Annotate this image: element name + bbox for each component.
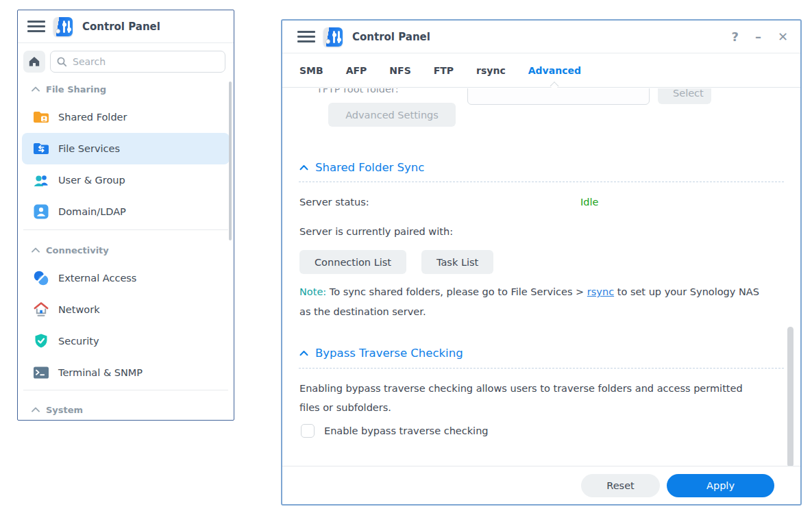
- category-label: System: [46, 405, 83, 415]
- section-title: Bypass Traverse Checking: [315, 347, 463, 360]
- sidebar-item-label: User & Group: [58, 175, 125, 186]
- domain-ldap-icon: [32, 203, 50, 221]
- content-scrollbar[interactable]: [787, 327, 793, 466]
- bypass-checkbox-row: Enable bypass traverse checking: [301, 424, 489, 438]
- network-icon: [32, 301, 50, 319]
- tab-rsync[interactable]: rsync: [476, 55, 506, 86]
- sidebar-item-network[interactable]: Network: [22, 294, 230, 325]
- window-header: Control Panel: [18, 10, 234, 43]
- sidebar-item-shared-folder[interactable]: Shared Folder: [22, 101, 230, 133]
- home-button[interactable]: [23, 51, 45, 73]
- search-box: [50, 51, 225, 73]
- control-panel-app-icon: [53, 17, 73, 36]
- chevron-up-icon: [299, 164, 308, 171]
- tftp-root-folder-label: TFTP root folder:: [317, 88, 399, 95]
- shared-folder-icon: [32, 108, 50, 126]
- terminal-icon: [32, 364, 50, 382]
- tab-smb[interactable]: SMB: [299, 55, 323, 86]
- note-prefix: Note:: [299, 286, 326, 297]
- paired-with-label: Server is currently paired with:: [299, 226, 453, 237]
- control-panel-app-icon: [323, 27, 343, 47]
- window-title: Control Panel: [352, 31, 430, 43]
- minimize-icon[interactable]: –: [755, 31, 761, 43]
- home-icon: [28, 55, 40, 68]
- search-input[interactable]: [50, 51, 225, 73]
- sidebar-item-domain-ldap[interactable]: Domain/LDAP: [22, 196, 230, 227]
- task-list-button[interactable]: Task List: [421, 250, 493, 274]
- sidebar-item-security[interactable]: Security: [22, 325, 230, 357]
- bypass-description: Enabling bypass traverse checking allows…: [299, 379, 753, 417]
- search-icon: [56, 56, 67, 67]
- sidebar-item-label: Terminal & SNMP: [58, 367, 143, 378]
- sidebar-item-label: External Access: [58, 273, 136, 284]
- tab-advanced[interactable]: Advanced: [528, 55, 581, 86]
- settings-content: TFTP root folder: Select Advanced Settin…: [282, 88, 800, 466]
- sidebar-divider: [23, 229, 228, 230]
- sidebar-divider: [23, 390, 228, 390]
- window-header: Control Panel ? – ✕: [282, 21, 800, 53]
- shared-folder-sync-section-header[interactable]: Shared Folder Sync: [299, 161, 424, 174]
- sidebar-item-label: File Services: [58, 143, 120, 154]
- external-access-icon: [32, 269, 50, 287]
- sidebar-item-external-access[interactable]: External Access: [22, 262, 230, 294]
- help-icon[interactable]: ?: [731, 31, 738, 43]
- hamburger-menu-icon[interactable]: [27, 21, 45, 32]
- tftp-select-button[interactable]: Select: [658, 88, 711, 104]
- tab-afp[interactable]: AFP: [346, 55, 367, 86]
- footer: Reset Apply: [282, 466, 800, 504]
- tab-bar: SMB AFP NFS FTP rsync Advanced: [282, 53, 800, 88]
- sidebar-item-label: Shared Folder: [58, 112, 127, 123]
- sync-note: Note: To sync shared folders, please go …: [299, 282, 764, 322]
- sidebar-scrollbar[interactable]: [229, 82, 232, 240]
- sidebar-item-label: Security: [58, 336, 99, 347]
- sidebar-item-file-services[interactable]: File Services: [22, 133, 230, 164]
- user-group-icon: [32, 171, 50, 189]
- section-title: Shared Folder Sync: [315, 161, 424, 174]
- rsync-link[interactable]: rsync: [587, 286, 614, 297]
- sidebar-item-user-group[interactable]: User & Group: [22, 164, 230, 196]
- advanced-settings-button[interactable]: Advanced Settings: [328, 103, 456, 127]
- window-controls: ? – ✕: [731, 31, 788, 43]
- control-panel-sidebar-window: Control Panel File Sharing: [17, 10, 234, 421]
- sidebar-item-label: Network: [58, 304, 100, 315]
- sidebar-category-file-sharing[interactable]: File Sharing: [32, 82, 234, 96]
- section-divider: [299, 368, 784, 369]
- category-label: File Sharing: [46, 84, 106, 95]
- checkbox-label: Enable bypass traverse checking: [324, 425, 489, 436]
- tab-nfs[interactable]: NFS: [389, 55, 410, 86]
- server-status-label: Server status:: [299, 197, 369, 208]
- chevron-up-icon: [32, 407, 40, 412]
- category-label: Connectivity: [46, 245, 109, 256]
- sidebar-category-connectivity[interactable]: Connectivity: [32, 243, 234, 257]
- section-divider: [299, 182, 784, 182]
- bypass-traverse-section-header[interactable]: Bypass Traverse Checking: [299, 347, 463, 360]
- search-row: [23, 51, 225, 73]
- control-panel-file-services-window: Control Panel ? – ✕ SMB AFP NFS FTP rsyn…: [281, 19, 802, 506]
- server-status-value: Idle: [580, 197, 598, 208]
- tftp-root-folder-input[interactable]: [467, 88, 650, 105]
- connection-list-button[interactable]: Connection List: [299, 250, 406, 274]
- enable-bypass-checkbox[interactable]: [301, 424, 315, 438]
- chevron-up-icon: [32, 247, 40, 253]
- note-text: To sync shared folders, please go to Fil…: [326, 286, 587, 297]
- security-shield-icon: [32, 332, 50, 350]
- desktop: Control Panel File Sharing: [0, 0, 812, 511]
- sidebar-category-system[interactable]: System: [32, 403, 234, 416]
- file-services-icon: [32, 140, 50, 158]
- chevron-up-icon: [32, 86, 40, 92]
- sidebar-item-label: Domain/LDAP: [58, 206, 126, 217]
- hamburger-menu-icon[interactable]: [297, 31, 315, 42]
- apply-button[interactable]: Apply: [667, 474, 774, 497]
- close-icon[interactable]: ✕: [778, 31, 788, 43]
- reset-button[interactable]: Reset: [581, 474, 660, 497]
- window-title: Control Panel: [82, 21, 160, 33]
- tab-ftp[interactable]: FTP: [434, 55, 454, 86]
- chevron-up-icon: [299, 350, 308, 356]
- sidebar-item-terminal-snmp[interactable]: Terminal & SNMP: [22, 357, 230, 388]
